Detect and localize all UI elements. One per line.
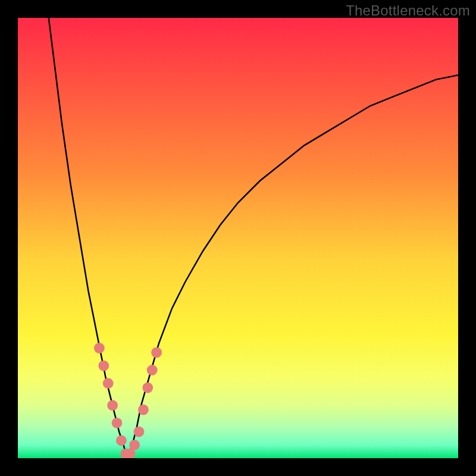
chart-dots <box>94 343 162 458</box>
bottleneck-curve <box>49 18 458 458</box>
chart-frame: TheBottleneck.com <box>0 0 476 476</box>
watermark-text: TheBottleneck.com <box>346 2 470 19</box>
chart-dot <box>134 427 145 437</box>
chart-dot <box>138 405 149 415</box>
chart-dot <box>103 378 114 389</box>
chart-dot <box>112 418 123 428</box>
chart-dot <box>116 436 127 446</box>
chart-dot <box>94 343 105 353</box>
chart-dot <box>129 440 140 450</box>
chart-dot <box>142 383 153 393</box>
chart-dot <box>98 361 109 371</box>
chart-dot <box>151 347 162 358</box>
plot-area <box>18 18 458 458</box>
chart-dot <box>107 400 118 411</box>
chart-dot <box>147 365 158 375</box>
curve-layer <box>18 18 458 458</box>
